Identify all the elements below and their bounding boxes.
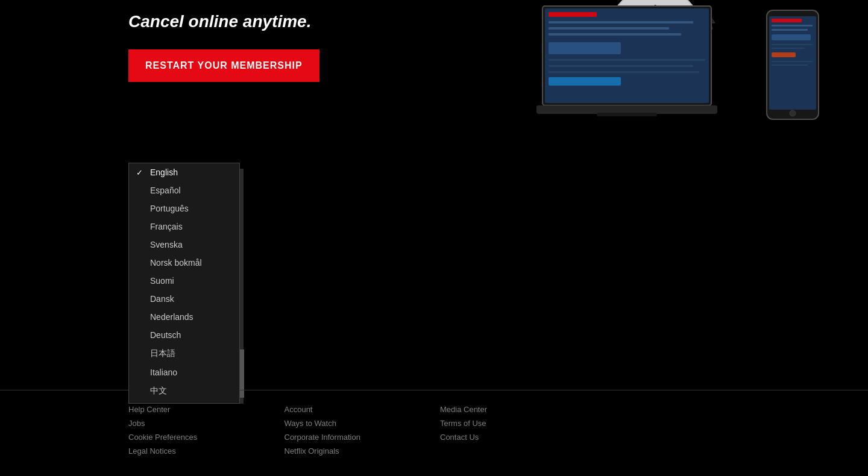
footer-link-contact-us[interactable]: Contact Us: [440, 430, 584, 444]
svg-rect-23: [772, 19, 802, 22]
language-option-es[interactable]: Español: [129, 181, 239, 199]
svg-rect-19: [536, 105, 717, 114]
footer-link-cookie-preferences[interactable]: Cookie Preferences: [128, 430, 272, 444]
footer-links: Help Center Jobs Cookie Preferences Lega…: [128, 402, 740, 458]
phone-mock: [766, 9, 820, 121]
language-option-nb[interactable]: Norsk bokmål: [129, 254, 239, 272]
footer-col-2: Account Ways to Watch Corporate Informat…: [285, 402, 429, 458]
footer-link-account[interactable]: Account: [285, 402, 429, 416]
language-option-ja[interactable]: 日本語: [129, 344, 239, 363]
svg-point-32: [790, 110, 796, 116]
svg-rect-18: [549, 77, 621, 86]
svg-rect-26: [772, 34, 811, 40]
language-dropdown[interactable]: English Español Português Français Svens…: [128, 163, 240, 404]
footer-col-3: Media Center Terms of Use Contact Us: [440, 402, 584, 458]
language-option-nl[interactable]: Nederlands: [129, 308, 239, 326]
main-content: Cancel online anytime. RESTART YOUR MEMB…: [0, 0, 868, 476]
svg-rect-11: [549, 21, 693, 23]
footer-link-terms-of-use[interactable]: Terms of Use: [440, 416, 584, 430]
svg-rect-14: [549, 42, 621, 54]
footer-link-media-center[interactable]: Media Center: [440, 402, 584, 416]
svg-rect-15: [549, 59, 705, 61]
restart-membership-button[interactable]: RESTART YOUR MEMBERSHIP: [128, 49, 319, 82]
language-option-ko[interactable]: 한국어: [129, 401, 239, 404]
footer-col-1: Help Center Jobs Cookie Preferences Lega…: [128, 402, 272, 458]
language-option-pt[interactable]: Português: [129, 199, 239, 218]
svg-rect-25: [772, 29, 808, 31]
language-option-en[interactable]: English: [129, 163, 239, 181]
svg-rect-10: [549, 12, 597, 17]
svg-rect-17: [549, 71, 699, 73]
footer-link-netflix-originals[interactable]: Netflix Originals: [285, 444, 429, 458]
language-option-it[interactable]: Italiano: [129, 363, 239, 381]
svg-rect-30: [772, 61, 813, 62]
svg-rect-29: [772, 52, 796, 57]
footer-link-help-center[interactable]: Help Center: [128, 402, 272, 416]
language-option-da[interactable]: Dansk: [129, 290, 239, 308]
footer-link-legal-notices[interactable]: Legal Notices: [128, 444, 272, 458]
language-option-fr[interactable]: Français: [129, 218, 239, 236]
footer-col-4: [596, 402, 740, 458]
svg-rect-12: [549, 27, 669, 30]
language-option-fi[interactable]: Suomi: [129, 272, 239, 290]
svg-rect-20: [597, 113, 657, 116]
language-option-zh[interactable]: 中文: [129, 381, 239, 401]
svg-rect-31: [772, 64, 808, 66]
svg-rect-27: [772, 44, 813, 45]
svg-rect-13: [549, 33, 681, 36]
svg-rect-16: [549, 65, 693, 67]
svg-rect-28: [772, 48, 805, 49]
language-option-sv[interactable]: Svenska: [129, 236, 239, 254]
footer-link-jobs[interactable]: Jobs: [128, 416, 272, 430]
language-option-de[interactable]: Deutsch: [129, 326, 239, 344]
laptop-mock: [536, 0, 741, 121]
devices-illustration: [536, 0, 838, 121]
footer-link-corporate-information[interactable]: Corporate Information: [285, 430, 429, 444]
footer-link-ways-to-watch[interactable]: Ways to Watch: [285, 416, 429, 430]
svg-rect-24: [772, 25, 813, 27]
